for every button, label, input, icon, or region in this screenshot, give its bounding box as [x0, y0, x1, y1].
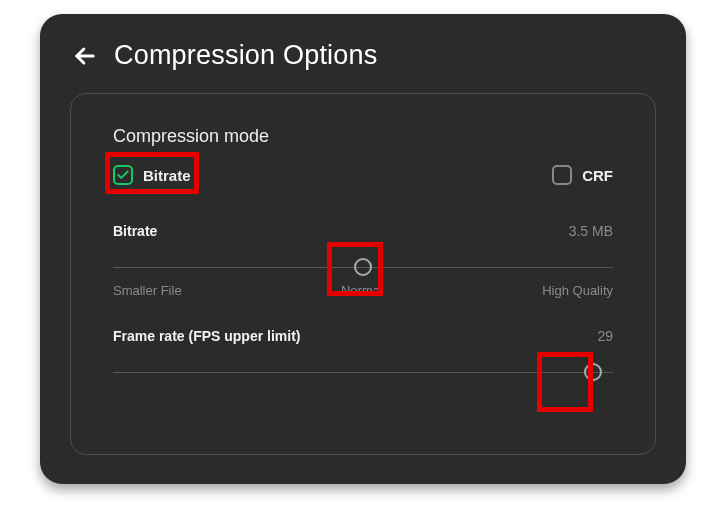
- compression-mode-row: Bitrate CRF: [113, 165, 613, 185]
- mode-crf-label: CRF: [582, 167, 613, 184]
- header: Compression Options: [70, 40, 656, 71]
- bitrate-slider-thumb[interactable]: [354, 258, 372, 276]
- bitrate-slider-ticks: Smaller File Normal High Quality: [113, 283, 613, 298]
- mode-option-bitrate[interactable]: Bitrate: [113, 165, 191, 185]
- back-button[interactable]: [70, 41, 100, 71]
- mode-option-crf[interactable]: CRF: [552, 165, 613, 185]
- bitrate-slider[interactable]: [113, 257, 613, 277]
- tick-smaller-file: Smaller File: [113, 283, 182, 298]
- arrow-left-icon: [71, 42, 99, 70]
- fps-slider[interactable]: [113, 362, 613, 382]
- tick-normal: Normal: [341, 283, 383, 298]
- fps-slider-name: Frame rate (FPS upper limit): [113, 328, 300, 344]
- page-title: Compression Options: [114, 40, 377, 71]
- bitrate-slider-block: Bitrate 3.5 MB Smaller File Normal High …: [113, 223, 613, 298]
- fps-slider-block: Frame rate (FPS upper limit) 29: [113, 328, 613, 382]
- fps-slider-thumb[interactable]: [584, 363, 602, 381]
- tick-high-quality: High Quality: [542, 283, 613, 298]
- slider-track: [113, 372, 613, 373]
- checkbox-unchecked-icon: [552, 165, 572, 185]
- checkbox-checked-icon: [113, 165, 133, 185]
- options-card: Compression mode Bitrate CRF Bitrate 3.5…: [70, 93, 656, 455]
- compression-options-panel: Compression Options Compression mode Bit…: [40, 14, 686, 484]
- bitrate-slider-name: Bitrate: [113, 223, 157, 239]
- mode-bitrate-label: Bitrate: [143, 167, 191, 184]
- fps-slider-value: 29: [597, 328, 613, 344]
- bitrate-slider-value: 3.5 MB: [569, 223, 613, 239]
- compression-mode-label: Compression mode: [113, 126, 613, 147]
